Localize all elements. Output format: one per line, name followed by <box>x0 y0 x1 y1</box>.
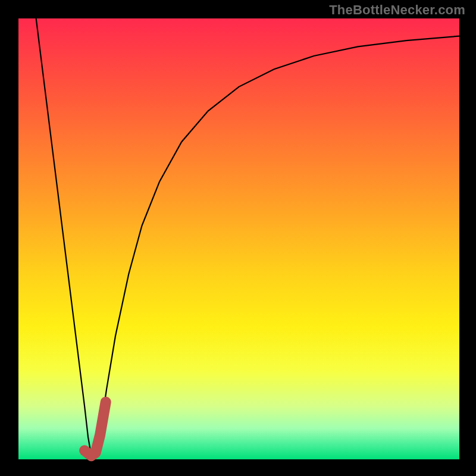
plot-background <box>18 18 459 459</box>
bottleneck-chart <box>0 0 476 476</box>
chart-container: TheBottleNecker.com <box>0 0 476 476</box>
